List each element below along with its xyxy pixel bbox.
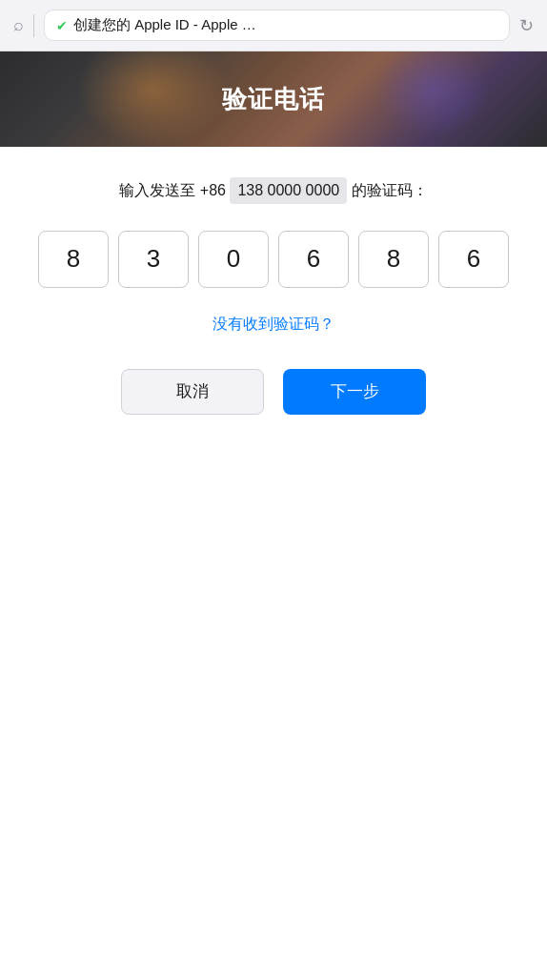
phone-number: 138 0000 0000 xyxy=(230,177,347,204)
code-box-3[interactable]: 0 xyxy=(198,231,269,288)
next-button[interactable]: 下一步 xyxy=(283,369,426,415)
description-prefix: 输入发送至 +86 xyxy=(119,182,226,198)
header-banner: 验证电话 xyxy=(0,51,547,147)
url-bar[interactable]: ✔ 创建您的 Apple ID - Apple … xyxy=(44,10,510,41)
browser-bar: ⌕ ✔ 创建您的 Apple ID - Apple … ↻ xyxy=(0,0,547,51)
resend-section: 没有收到验证码？ xyxy=(27,315,520,335)
reload-icon[interactable]: ↻ xyxy=(519,15,534,36)
page-title: 验证电话 xyxy=(222,83,325,116)
code-box-2[interactable]: 3 xyxy=(118,231,189,288)
description-suffix: 的验证码： xyxy=(352,182,428,198)
code-box-4[interactable]: 6 xyxy=(278,231,349,288)
search-icon: ⌕ xyxy=(13,15,24,35)
resend-link[interactable]: 没有收到验证码？ xyxy=(213,316,334,332)
browser-divider xyxy=(33,14,34,37)
cancel-button[interactable]: 取消 xyxy=(121,369,264,415)
code-box-1[interactable]: 8 xyxy=(38,231,109,288)
url-text: 创建您的 Apple ID - Apple … xyxy=(73,16,497,34)
shield-icon: ✔ xyxy=(56,18,68,33)
buttons-row: 取消 下一步 xyxy=(27,369,520,415)
code-inputs: 8 3 0 6 8 6 xyxy=(27,231,520,288)
description-text: 输入发送至 +86 138 0000 0000 的验证码： xyxy=(27,177,520,204)
code-box-6[interactable]: 6 xyxy=(438,231,509,288)
code-box-5[interactable]: 8 xyxy=(358,231,429,288)
main-content: 输入发送至 +86 138 0000 0000 的验证码： 8 3 0 6 8 … xyxy=(0,147,547,445)
